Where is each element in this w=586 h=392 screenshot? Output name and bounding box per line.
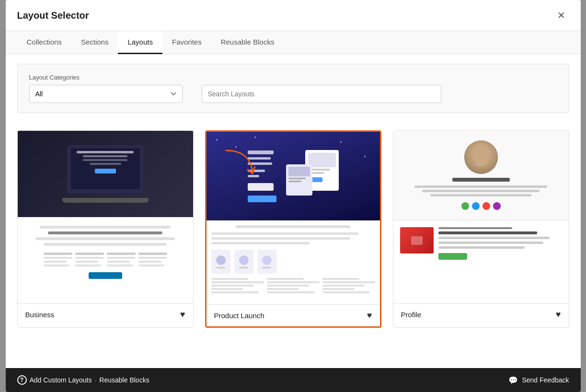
tab-reusable-blocks[interactable]: Reusable Blocks bbox=[211, 31, 284, 54]
separator: · bbox=[94, 376, 96, 384]
tab-favorites[interactable]: Favorites bbox=[162, 31, 211, 54]
modal-title: Layout Selector bbox=[17, 10, 89, 21]
layout-card-business[interactable]: Business ♥ bbox=[17, 130, 194, 328]
category-label: Layout Categories bbox=[29, 74, 183, 81]
layout-footer-business: Business ♥ bbox=[18, 303, 193, 325]
filter-inner: Layout Categories All Blog Business Land… bbox=[17, 64, 569, 113]
help-icon[interactable]: ? bbox=[17, 375, 27, 385]
social-icon-1 bbox=[461, 202, 469, 210]
profile-blog-card bbox=[393, 220, 569, 266]
layout-name-profile: Profile bbox=[401, 311, 422, 319]
tabs-bar: Collections Sections Layouts Favorites R… bbox=[6, 31, 581, 54]
social-icon-4 bbox=[493, 202, 501, 210]
tab-sections[interactable]: Sections bbox=[71, 31, 118, 54]
favorite-business-button[interactable]: ♥ bbox=[180, 310, 185, 320]
favorite-profile-button[interactable]: ♥ bbox=[556, 310, 561, 320]
social-icon-2 bbox=[472, 202, 480, 210]
bottom-right: 💬 Send Feedback bbox=[508, 376, 569, 385]
layout-footer-product-launch: Product Launch ♥ bbox=[207, 304, 380, 326]
close-button[interactable]: ✕ bbox=[554, 8, 569, 23]
layout-thumbnail-business bbox=[18, 131, 193, 303]
layout-card-profile[interactable]: Profile ♥ bbox=[393, 130, 569, 328]
reusable-blocks-link[interactable]: Reusable Blocks bbox=[99, 376, 149, 384]
layout-footer-profile: Profile ♥ bbox=[393, 303, 569, 325]
send-feedback-link[interactable]: Send Feedback bbox=[522, 376, 569, 384]
feedback-icon: 💬 bbox=[508, 376, 518, 385]
layout-name-product-launch: Product Launch bbox=[214, 311, 264, 320]
layouts-area: Business ♥ bbox=[6, 123, 581, 368]
layout-name-business: Business bbox=[25, 311, 55, 319]
favorite-product-launch-button[interactable]: ♥ bbox=[367, 311, 372, 321]
profile-avatar-mock bbox=[464, 140, 498, 174]
modal-header: Layout Selector ✕ bbox=[6, 0, 581, 31]
category-select[interactable]: All Blog Business Landing Page Portfolio… bbox=[29, 85, 183, 103]
tab-collections[interactable]: Collections bbox=[17, 31, 71, 54]
category-filter-group: Layout Categories All Blog Business Land… bbox=[29, 74, 183, 103]
tab-layouts[interactable]: Layouts bbox=[118, 31, 162, 54]
search-input[interactable] bbox=[202, 85, 441, 103]
search-filter-group bbox=[202, 85, 557, 103]
filter-area: Layout Categories All Blog Business Land… bbox=[6, 54, 581, 123]
layout-thumbnail-product-launch bbox=[207, 132, 380, 304]
layout-thumbnail-profile bbox=[393, 131, 569, 303]
social-icon-3 bbox=[483, 202, 490, 210]
bottom-left: ? Add Custom Layouts · Reusable Blocks bbox=[17, 375, 149, 385]
layout-card-product-launch[interactable]: Product Launch ♥ bbox=[205, 130, 381, 328]
modal: Layout Selector ✕ Collections Sections L… bbox=[6, 0, 581, 392]
layouts-grid: Business ♥ bbox=[17, 130, 569, 328]
modal-overlay: Layout Selector ✕ Collections Sections L… bbox=[0, 0, 586, 392]
bottom-bar: ? Add Custom Layouts · Reusable Blocks 💬… bbox=[6, 368, 581, 392]
add-custom-layouts-link[interactable]: Add Custom Layouts bbox=[30, 376, 92, 384]
